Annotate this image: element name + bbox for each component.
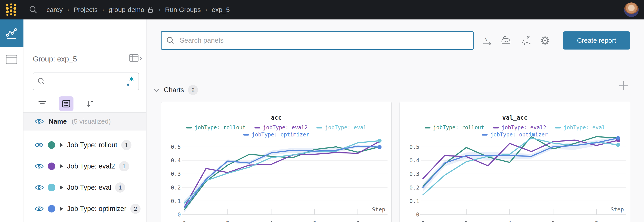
legend-item[interactable]: jobType: eval2 xyxy=(493,125,546,131)
legend-item[interactable]: jobType: optimizer xyxy=(482,132,548,138)
group-row-rollout[interactable]: Job Type: rollout 1 xyxy=(24,134,146,156)
svg-text:0.3: 0.3 xyxy=(171,171,181,177)
svg-text:4: 4 xyxy=(269,220,273,222)
svg-text:Step: Step xyxy=(372,206,385,213)
name-header-row[interactable]: Name (5 visualized) xyxy=(24,113,146,130)
group-label: Job Type: eval2 xyxy=(67,162,115,170)
svg-text:0.3: 0.3 xyxy=(410,171,419,177)
filter-icon xyxy=(37,99,47,108)
svg-text:0: 0 xyxy=(182,220,186,222)
run-color-dot xyxy=(48,141,55,149)
group-label: Job Type: rollout xyxy=(67,141,117,149)
chart-panel-acc: accjobType: rolloutjobType: eval2jobType… xyxy=(161,102,392,222)
group-label: Job Type: eval xyxy=(67,184,111,192)
run-color-dot xyxy=(48,163,55,170)
legend-item[interactable]: jobType: eval xyxy=(555,125,605,131)
legend-item[interactable]: jobType: optimizer xyxy=(243,132,309,138)
breadcrumb-group[interactable]: exp_5 xyxy=(212,6,230,13)
search-placeholder: Search panels xyxy=(180,36,224,44)
legend-item[interactable]: jobType: eval2 xyxy=(254,125,308,131)
text-caret xyxy=(178,36,178,45)
section-title[interactable]: Charts xyxy=(164,86,184,94)
caret-right-icon[interactable] xyxy=(60,207,63,211)
user-avatar[interactable] xyxy=(624,2,639,17)
chart-panel-val_acc: val_accjobType: rolloutjobType: eval2job… xyxy=(400,102,630,222)
visualized-count: (5 visualized) xyxy=(72,118,111,125)
legend-item[interactable]: jobType: eval xyxy=(316,125,366,131)
caret-right-icon[interactable] xyxy=(60,186,63,190)
runs-sidebar: Group: exp_5 › * xyxy=(24,19,146,222)
svg-text:x: x xyxy=(484,35,488,43)
svg-text:2: 2 xyxy=(226,220,229,222)
outliers-button[interactable] xyxy=(520,34,532,47)
legend-dash-icon xyxy=(425,127,430,128)
breadcrumb-separator: › xyxy=(102,6,104,13)
x-axis-icon: x xyxy=(481,34,493,46)
breadcrumb-run-groups[interactable]: Run Groups xyxy=(165,6,201,13)
svg-text:0.1: 0.1 xyxy=(171,198,181,204)
workspace-tab-charts[interactable] xyxy=(0,19,24,47)
x-axis-settings-button[interactable]: x xyxy=(481,34,493,47)
run-color-dot xyxy=(48,205,55,213)
settings-gear-icon[interactable]: ⚙ xyxy=(540,35,550,46)
svg-text:8: 8 xyxy=(595,220,598,222)
svg-text:8: 8 xyxy=(356,220,360,222)
caret-right-icon[interactable] xyxy=(60,164,63,168)
add-panel-button[interactable] xyxy=(618,80,630,92)
caret-right-icon[interactable] xyxy=(60,143,63,147)
group-row-optimizer[interactable]: Job Type: optimizer 2 xyxy=(24,198,146,219)
chevron-down-icon[interactable] xyxy=(153,87,160,93)
eye-icon[interactable] xyxy=(34,184,44,191)
breadcrumb-project[interactable]: group-demo xyxy=(108,6,144,13)
sort-button[interactable] xyxy=(83,96,97,111)
create-report-button[interactable]: Create report xyxy=(563,31,630,49)
run-count-badge: 1 xyxy=(121,140,132,150)
eye-icon[interactable] xyxy=(34,142,44,148)
run-count-badge: 1 xyxy=(115,183,125,193)
svg-text:0: 0 xyxy=(416,211,419,218)
svg-text:6: 6 xyxy=(551,220,554,222)
run-color-dot xyxy=(48,184,55,191)
svg-text:0.4: 0.4 xyxy=(171,157,181,164)
group-row-eval[interactable]: Job Type: eval 1 xyxy=(24,177,146,198)
group-list-button[interactable] xyxy=(59,96,74,111)
legend-dash-icon xyxy=(186,127,192,128)
sidebar-toolbar xyxy=(35,96,97,111)
breadcrumb: carey › Projects › group-demo › Run Grou… xyxy=(46,6,230,13)
chart-title: val_acc xyxy=(400,114,630,121)
section-count-badge: 2 xyxy=(188,85,198,95)
smoothing-button[interactable] xyxy=(500,34,512,47)
filter-button[interactable] xyxy=(35,96,50,111)
wandb-logo-icon[interactable] xyxy=(5,3,17,17)
search-icon xyxy=(166,36,175,45)
breadcrumb-entity[interactable]: carey xyxy=(46,6,63,13)
eye-icon[interactable] xyxy=(34,163,44,170)
breadcrumb-projects[interactable]: Projects xyxy=(74,6,98,13)
legend-item[interactable]: jobType: rollout xyxy=(186,125,246,131)
table-icon xyxy=(5,54,18,65)
regex-toggle[interactable]: * xyxy=(126,76,134,87)
remove-outliers-icon xyxy=(520,34,532,46)
legend-dash-icon xyxy=(555,127,561,128)
svg-text:6: 6 xyxy=(313,220,316,222)
wandb-run-group-page: carey › Projects › group-demo › Run Grou… xyxy=(0,0,644,222)
panel-search-input[interactable]: Search panels xyxy=(161,31,474,50)
expand-table-button[interactable]: › xyxy=(129,54,142,62)
group-row-eval2[interactable]: Job Type: eval2 1 xyxy=(24,156,146,177)
workspace-tab-runs-table[interactable] xyxy=(0,47,23,72)
eye-icon[interactable] xyxy=(34,118,44,125)
svg-text:0: 0 xyxy=(421,220,424,222)
svg-text:Step: Step xyxy=(610,206,624,213)
svg-text:0.2: 0.2 xyxy=(410,184,419,191)
run-count-badge: 1 xyxy=(119,161,129,171)
unlock-icon xyxy=(148,6,154,13)
chart-legend: jobType: rolloutjobType: eval2jobType: e… xyxy=(177,125,376,138)
search-icon[interactable] xyxy=(29,5,38,14)
run-search-input[interactable]: * xyxy=(33,72,139,90)
legend-item[interactable]: jobType: rollout xyxy=(425,125,484,131)
search-icon xyxy=(37,77,46,86)
chevron-right-icon: › xyxy=(139,55,142,61)
list-icon xyxy=(61,99,71,109)
chart-title: acc xyxy=(161,114,391,121)
eye-icon[interactable] xyxy=(34,206,44,212)
